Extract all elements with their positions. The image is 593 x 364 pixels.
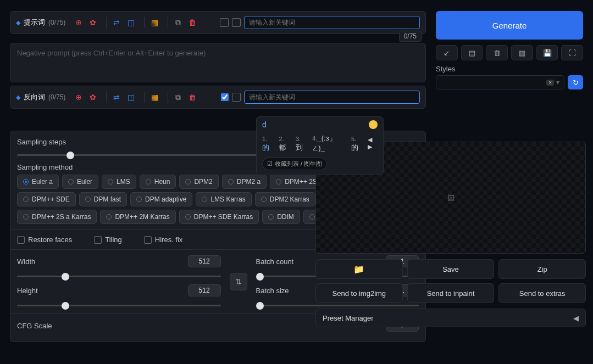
icon-1[interactable]: ⊕: [73, 17, 84, 28]
delete-icon[interactable]: 🗑: [187, 92, 198, 103]
image-placeholder-icon: 🖼: [447, 194, 455, 202]
sampler-option[interactable]: DPM++ SDE: [17, 192, 76, 206]
sampler-option[interactable]: DPM++ 2M Karras: [100, 210, 175, 224]
ime-candidate[interactable]: 2.都: [279, 135, 290, 153]
layout-icon[interactable]: [232, 18, 241, 27]
pin-icon: ☑: [267, 160, 273, 167]
ime-candidate[interactable]: 4._(:з」∠)_: [312, 133, 346, 153]
sampler-option[interactable]: LMS: [102, 175, 136, 189]
send-img2img-button[interactable]: Send to img2img: [315, 283, 403, 303]
chevron-down-icon[interactable]: ◆: [16, 94, 20, 101]
ime-candidate[interactable]: 3.到: [296, 135, 307, 153]
zip-button[interactable]: Zip: [498, 259, 586, 279]
negative-count: (0/75): [48, 93, 65, 101]
dropdown-caret-icon: ▾: [556, 79, 559, 86]
ime-nav-icon[interactable]: ◀ ▶: [368, 136, 378, 150]
sampler-option[interactable]: DPM fast: [79, 192, 127, 206]
width-slider[interactable]: [17, 276, 221, 277]
sampler-option[interactable]: Euler: [62, 175, 98, 189]
collapse-triangle-icon: ◀: [573, 314, 579, 322]
height-value[interactable]: 512: [188, 284, 221, 296]
negative-counter: 0/75: [399, 31, 422, 42]
ime-input-text: d: [262, 120, 267, 129]
send-inpaint-button[interactable]: Send to inpaint: [407, 283, 495, 303]
sampler-option[interactable]: LMS Karras: [196, 192, 251, 206]
styles-label: Styles: [436, 65, 583, 73]
negative-placeholder: Negative prompt (press Ctrl+Enter or Alt…: [17, 49, 206, 57]
bookmark-icon[interactable]: ◫: [125, 92, 136, 103]
send-extras-button[interactable]: Send to extras: [498, 283, 586, 303]
styles-clear-icon[interactable]: ×: [546, 80, 554, 86]
tool-file-icon[interactable]: ▥: [511, 45, 533, 60]
icon-1[interactable]: ⊕: [73, 92, 84, 103]
sampler-option[interactable]: DPM2 a: [222, 175, 267, 189]
ime-popup: d 1.的2.都3.到4._(:з」∠)_5.的◀ ▶ ☑ 收藏列表 / 图牛图: [256, 116, 384, 175]
ime-emoji-icon[interactable]: [369, 120, 378, 129]
styles-select[interactable]: × ▾: [436, 75, 564, 89]
translate-icon[interactable]: ▦: [149, 92, 160, 103]
sampler-option[interactable]: DPM adaptive: [130, 192, 192, 206]
prompt-header: ◆ 提示词 (0/75) ⊕ ✿ ⇄ ◫ ▦ ⧉ 🗑: [10, 11, 426, 34]
layout-icon[interactable]: [232, 93, 241, 102]
bookmark-icon[interactable]: ◫: [125, 17, 136, 28]
negative-label: 反向词: [24, 92, 45, 102]
sampler-option[interactable]: DDIM: [262, 210, 300, 224]
tool-paste-icon[interactable]: ▤: [461, 45, 483, 60]
negative-prompt-area[interactable]: Negative prompt (press Ctrl+Enter or Alt…: [10, 43, 426, 82]
tool-expand-icon[interactable]: ⛶: [561, 45, 583, 60]
swap-wh-button[interactable]: ⇅: [230, 273, 247, 290]
toggle-checkbox[interactable]: [220, 18, 229, 27]
icon-2[interactable]: ✿: [87, 17, 98, 28]
width-label: Width: [17, 257, 45, 266]
tool-arrow-icon[interactable]: ↙: [436, 45, 458, 60]
icon-2[interactable]: ✿: [87, 92, 98, 103]
ime-candidate[interactable]: 1.的: [262, 135, 273, 153]
sampler-option[interactable]: DPM++ 2S a Karras: [17, 210, 97, 224]
negative-header: ◆ 反向词 (0/75) ⊕ ✿ ⇄ ◫ ▦ ⧉ 🗑: [10, 86, 426, 109]
prompt-label: 提示词: [24, 18, 45, 27]
preset-manager-label: Preset Manager: [323, 314, 374, 322]
toggle-checkbox-neg[interactable]: [221, 93, 229, 101]
sampler-option[interactable]: Euler a: [17, 175, 59, 189]
sampler-option[interactable]: DPM2: [179, 175, 218, 189]
delete-icon[interactable]: 🗑: [187, 17, 198, 28]
ime-footer[interactable]: ☑ 收藏列表 / 图牛图: [262, 158, 327, 170]
tool-trash-icon[interactable]: 🗑: [486, 45, 508, 60]
generate-button[interactable]: Generate: [436, 11, 583, 40]
sampler-option[interactable]: DPM++ SDE Karras: [179, 210, 259, 224]
height-label: Height: [17, 287, 45, 295]
keyword-input-prompt[interactable]: [244, 16, 420, 29]
sampler-option[interactable]: DPM2 Karras: [255, 192, 315, 206]
ime-candidates: 1.的2.都3.到4._(:з」∠)_5.的◀ ▶: [262, 131, 378, 155]
width-value[interactable]: 512: [188, 255, 221, 267]
sampler-option[interactable]: Heun: [140, 175, 176, 189]
hires-fix-check[interactable]: Hires. fix: [144, 236, 183, 244]
styles-refresh-button[interactable]: ↻: [568, 75, 583, 89]
open-folder-button[interactable]: 📁: [315, 259, 403, 279]
tiling-check[interactable]: Tiling: [94, 236, 122, 244]
restore-faces-check[interactable]: Restore faces: [17, 236, 72, 244]
preset-manager-bar[interactable]: Preset Manager ◀: [315, 309, 586, 327]
keyword-input-negative[interactable]: [244, 91, 420, 104]
duplicate-icon[interactable]: ⧉: [173, 17, 184, 28]
copy-icon[interactable]: ⇄: [111, 17, 122, 28]
save-button[interactable]: Save: [407, 259, 495, 279]
tool-save-icon[interactable]: 💾: [536, 45, 558, 60]
prompt-count: (0/75): [48, 19, 65, 26]
chevron-down-icon[interactable]: ◆: [16, 19, 20, 26]
ime-candidate[interactable]: 5.的: [351, 135, 362, 153]
copy-icon[interactable]: ⇄: [111, 92, 122, 103]
translate-icon[interactable]: ▦: [149, 17, 160, 28]
height-slider[interactable]: [17, 305, 221, 306]
duplicate-icon[interactable]: ⧉: [173, 92, 184, 103]
